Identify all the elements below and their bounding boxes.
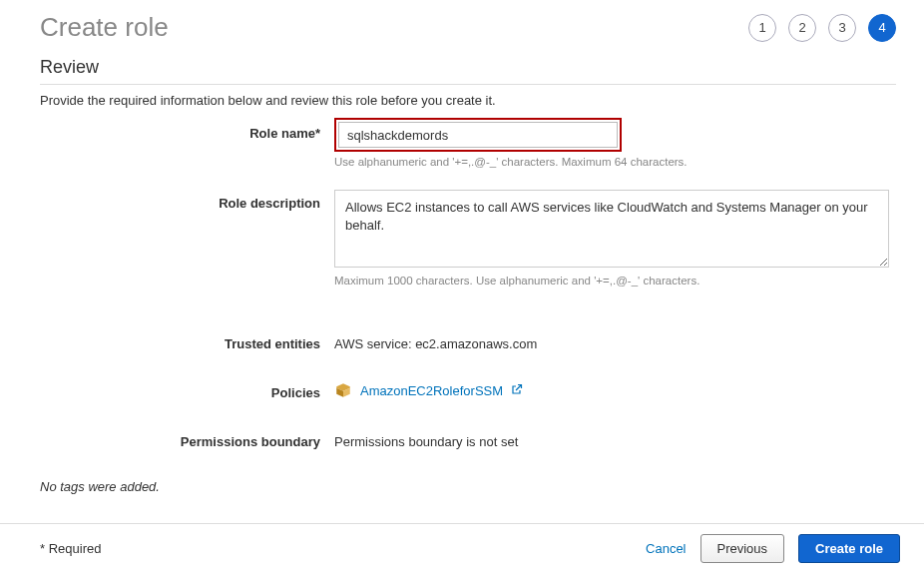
trusted-entities-label: Trusted entities xyxy=(40,330,334,351)
role-description-label: Role description xyxy=(40,190,334,211)
role-name-highlight xyxy=(334,118,622,152)
role-name-label: Role name* xyxy=(40,118,334,141)
create-role-button[interactable]: Create role xyxy=(798,534,900,563)
policy-icon xyxy=(334,381,352,399)
step-3[interactable]: 3 xyxy=(828,14,856,42)
external-link-icon xyxy=(511,383,523,398)
permissions-boundary-label: Permissions boundary xyxy=(40,428,334,449)
previous-button[interactable]: Previous xyxy=(700,534,785,563)
role-name-input[interactable] xyxy=(338,122,618,148)
intro-text: Provide the required information below a… xyxy=(40,93,896,108)
role-description-hint: Maximum 1000 characters. Use alphanumeri… xyxy=(334,275,896,287)
footer: * Required Cancel Previous Create role xyxy=(0,523,924,577)
no-tags-text: No tags were added. xyxy=(40,479,896,494)
role-name-hint: Use alphanumeric and '+=,.@-_' character… xyxy=(334,156,896,168)
policies-label: Policies xyxy=(40,379,334,400)
cancel-button[interactable]: Cancel xyxy=(646,541,686,556)
divider xyxy=(40,84,896,85)
permissions-boundary-value: Permissions boundary is not set xyxy=(334,428,896,449)
trusted-entities-value: AWS service: ec2.amazonaws.com xyxy=(334,330,896,351)
page-title: Create role xyxy=(40,12,169,43)
required-note: * Required xyxy=(40,541,101,556)
role-description-input[interactable] xyxy=(334,190,889,268)
step-1[interactable]: 1 xyxy=(748,14,776,42)
policy-link[interactable]: AmazonEC2RoleforSSM xyxy=(360,383,503,398)
step-2[interactable]: 2 xyxy=(788,14,816,42)
section-title: Review xyxy=(40,57,896,78)
step-4[interactable]: 4 xyxy=(868,14,896,42)
wizard-steps: 1 2 3 4 xyxy=(748,14,896,42)
